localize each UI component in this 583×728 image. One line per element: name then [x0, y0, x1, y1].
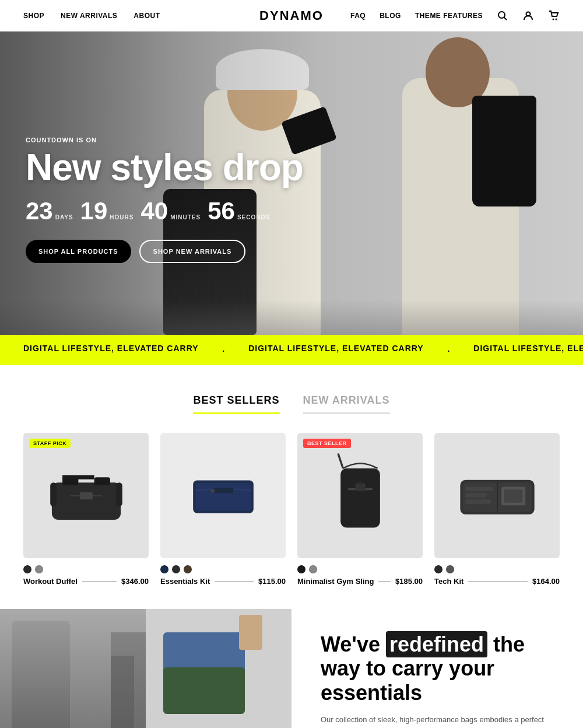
products-section: BEST SELLERS NEW ARRIVALS STAFF PICK [0, 365, 583, 609]
hours-value: 19 [80, 199, 108, 223]
product-price: $346.00 [121, 577, 149, 586]
nav-left: SHOP NEW ARRIVALS ABOUT [23, 12, 160, 20]
tab-best-sellers[interactable]: BEST SELLERS [193, 394, 279, 414]
hero-content: COUNTDOWN IS ON New styles drop 23 DAYS … [26, 136, 303, 263]
minutes-label: MINUTES [170, 214, 201, 220]
nav-right: FAQ BLOG THEME FEATURES [350, 10, 560, 22]
search-icon[interactable] [497, 10, 508, 22]
navigation: SHOP NEW ARRIVALS ABOUT DYNAMO FAQ BLOG … [0, 0, 583, 32]
product-card-duffel[interactable]: STAFF PICK Workout Duffel [23, 433, 149, 586]
color-swatch[interactable] [184, 565, 192, 573]
days-label: DAYS [55, 214, 73, 220]
product-name-row: Minimalist Gym Sling $185.00 [297, 577, 423, 586]
bottom-images [0, 609, 292, 728]
cart-icon[interactable] [548, 10, 560, 22]
product-badge-staff: STAFF PICK [29, 439, 71, 448]
product-price: $164.00 [532, 577, 560, 586]
svg-rect-14 [195, 483, 251, 510]
nav-new-arrivals[interactable]: NEW ARRIVALS [61, 12, 117, 20]
tab-new-arrivals[interactable]: NEW ARRIVALS [303, 394, 390, 414]
marquee-item: DIGITAL LIFESTYLE, ELEVATED CARRY [0, 344, 222, 357]
product-price: $185.00 [395, 577, 423, 586]
product-name: Workout Duffel [23, 577, 78, 586]
hero-title: New styles drop [26, 148, 303, 187]
color-swatch[interactable] [434, 565, 442, 573]
marquee-inner: DIGITAL LIFESTYLE, ELEVATED CARRY · DIGI… [0, 344, 583, 357]
countdown-hours: 19 HOURS [80, 199, 134, 223]
color-swatch[interactable] [309, 565, 317, 573]
marquee-item: DIGITAL LIFESTYLE, ELEVATED CARRY [225, 344, 447, 357]
svg-rect-21 [359, 481, 361, 485]
color-swatch[interactable] [160, 565, 168, 573]
svg-line-1 [504, 17, 507, 20]
tech-kit-icon [454, 467, 541, 525]
bottom-text-section: We've redefined the way to carry your es… [292, 609, 583, 728]
hero-section: COUNTDOWN IS ON New styles drop 23 DAYS … [0, 32, 583, 335]
svg-rect-12 [115, 482, 122, 506]
svg-rect-29 [504, 489, 522, 503]
product-name: Tech Kit [434, 577, 463, 586]
svg-point-3 [553, 18, 554, 20]
minutes-value: 40 [141, 199, 168, 223]
nav-blog[interactable]: BLOG [380, 12, 401, 20]
seconds-value: 56 [208, 199, 235, 223]
shop-new-arrivals-button[interactable]: SHOP NEW ARRIVALS [139, 240, 246, 263]
countdown-days: 23 DAYS [26, 199, 73, 223]
product-name-row: Workout Duffel $346.00 [23, 577, 149, 586]
color-swatch[interactable] [35, 565, 43, 573]
hero-buttons: SHOP ALL PRODUCTS SHOP NEW ARRIVALS [26, 240, 303, 263]
svg-point-0 [498, 12, 505, 18]
countdown-seconds: 56 SECONDS [208, 199, 270, 223]
product-divider [82, 581, 117, 582]
marquee-banner: DIGITAL LIFESTYLE, ELEVATED CARRY · DIGI… [0, 335, 583, 365]
nav-theme-features[interactable]: THEME FEATURES [415, 12, 483, 20]
product-divider [215, 581, 254, 582]
product-colors-techkit [434, 565, 560, 573]
product-card-techkit[interactable]: Tech Kit $164.00 [434, 433, 560, 586]
shop-all-button[interactable]: SHOP ALL PRODUCTS [26, 240, 131, 263]
svg-rect-7 [94, 477, 110, 485]
product-divider [468, 581, 528, 582]
product-image-duffel: STAFF PICK [23, 433, 149, 558]
product-tabs: BEST SELLERS NEW ARRIVALS [23, 394, 560, 414]
product-price: $115.00 [258, 577, 286, 586]
svg-rect-11 [50, 482, 57, 506]
duffel-bag-icon [43, 467, 130, 525]
bottom-heading: We've redefined the way to carry your es… [321, 632, 554, 705]
svg-point-4 [556, 18, 557, 20]
nav-faq[interactable]: FAQ [350, 12, 366, 20]
pouch-bag-icon [180, 468, 266, 523]
color-swatch[interactable] [297, 565, 305, 573]
account-icon[interactable] [522, 10, 534, 22]
product-colors-sling [297, 565, 423, 573]
product-name-row: Tech Kit $164.00 [434, 577, 560, 586]
site-logo[interactable]: DYNAMO [259, 8, 324, 23]
color-swatch[interactable] [23, 565, 31, 573]
product-card-sling[interactable]: BEST SELLER Minimalist Gym Sling $185.00 [297, 433, 423, 586]
product-name: Minimalist Gym Sling [297, 577, 374, 586]
color-swatch[interactable] [172, 565, 180, 573]
svg-rect-17 [340, 468, 380, 528]
product-card-essentials[interactable]: Essentials Kit $115.00 [160, 433, 286, 586]
sling-bag-icon [328, 450, 392, 541]
hero-countdown: 23 DAYS 19 HOURS 40 MINUTES 56 SECONDS [26, 199, 303, 223]
product-divider [378, 581, 391, 582]
color-swatch[interactable] [446, 565, 454, 573]
seconds-label: SECONDS [237, 214, 270, 220]
heading-pre: We've [321, 632, 380, 656]
product-name: Essentials Kit [160, 577, 210, 586]
svg-rect-27 [465, 499, 491, 503]
hero-tag: COUNTDOWN IS ON [26, 136, 303, 144]
product-name-row: Essentials Kit $115.00 [160, 577, 286, 586]
hours-label: HOURS [110, 214, 134, 220]
nav-shop[interactable]: SHOP [23, 12, 44, 20]
bottom-section: We've redefined the way to carry your es… [0, 609, 583, 728]
svg-rect-26 [465, 493, 486, 497]
marquee-item: DIGITAL LIFESTYLE, ELEVATED CARRY [450, 344, 583, 357]
days-value: 23 [26, 199, 53, 223]
heading-highlight: redefined [386, 631, 487, 657]
nav-about[interactable]: ABOUT [134, 12, 160, 20]
countdown-minutes: 40 MINUTES [141, 199, 201, 223]
svg-rect-10 [80, 492, 93, 499]
svg-rect-15 [213, 488, 233, 494]
